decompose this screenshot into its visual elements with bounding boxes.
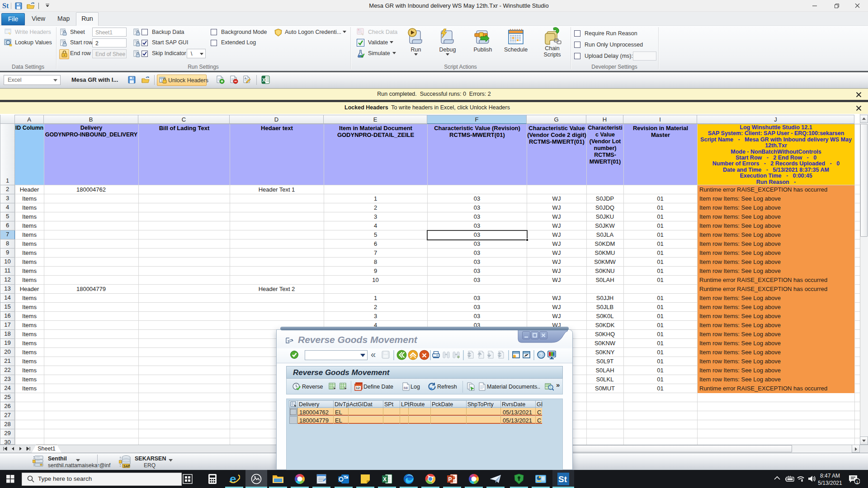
svg-text:St: St bbox=[558, 474, 567, 484]
svg-text:A: A bbox=[245, 77, 246, 80]
svg-text:?: ? bbox=[539, 352, 542, 358]
svg-text:12: 12 bbox=[356, 386, 360, 390]
svg-text:X: X bbox=[262, 77, 266, 83]
svg-text:SAP: SAP bbox=[123, 465, 130, 468]
svg-text:X: X bbox=[383, 476, 387, 483]
svg-text:68: 68 bbox=[404, 386, 408, 390]
svg-text:P: P bbox=[448, 476, 452, 483]
svg-text:1: 1 bbox=[856, 480, 859, 484]
